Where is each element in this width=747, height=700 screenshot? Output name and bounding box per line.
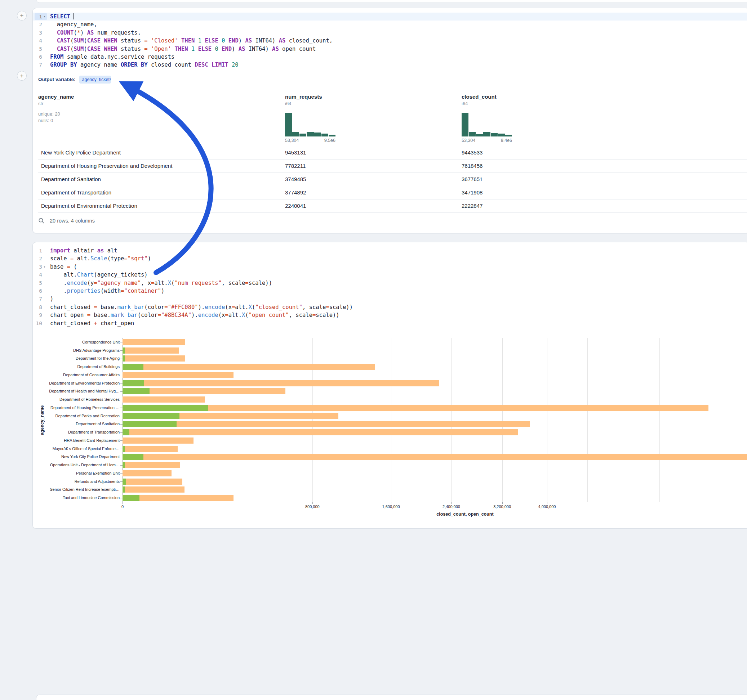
sql-cell: 1▾SELECT 2 agency_name,3 COUNT(*) AS num… — [32, 8, 747, 233]
fold-caret-icon[interactable]: ▾ — [42, 263, 47, 271]
column-type: i64 — [461, 101, 678, 106]
code-text: FROM sample_data.nyc.service_requests — [50, 53, 174, 61]
line-number-text: 4 — [39, 37, 42, 45]
line-number: 7 — [35, 296, 47, 303]
bar-closed-count — [122, 462, 180, 468]
y-axis-label: DHS Advantage Programs — [33, 348, 119, 353]
column-name: num_requests — [285, 94, 461, 100]
fold-caret-icon[interactable]: ▾ — [42, 13, 47, 21]
python-editor[interactable]: 1import altair as alt2scale = alt.Scale(… — [33, 242, 747, 329]
y-axis-label: Refunds and Adjustments — [33, 479, 119, 484]
y-axis-label: Operations Unit - Department of Hom… — [33, 463, 119, 468]
y-axis-label: Personal Exemption Unit — [33, 471, 119, 476]
histogram-bar — [329, 135, 336, 136]
gridline — [692, 338, 692, 502]
y-axis-label: Correspondence Unit — [33, 340, 119, 345]
y-axis-label: Department of Housing Preservation … — [33, 406, 119, 410]
code-text: COUNT(*) AS num_requests, — [50, 29, 141, 37]
bar-closed-count — [122, 347, 179, 354]
table-cell: 3774892 — [285, 189, 461, 196]
line-number-text: 6 — [39, 287, 42, 295]
bar-closed-count — [122, 421, 530, 427]
code-text: alt.Chart(agency_tickets) — [50, 271, 148, 279]
gridline — [659, 338, 660, 502]
bar-open-count — [122, 446, 125, 452]
python-cell: 1import altair as alt2scale = alt.Scale(… — [32, 242, 747, 529]
sql-editor[interactable]: 1▾SELECT 2 agency_name,3 COUNT(*) AS num… — [33, 8, 747, 71]
output-variable-row: Output variable: agency_tickets — [38, 75, 747, 84]
line-number: 7 — [35, 62, 47, 69]
line-number-text: 8 — [39, 303, 42, 311]
line-number: 4 — [35, 37, 47, 44]
search-icon[interactable] — [38, 217, 45, 224]
line-number-text: 4 — [39, 271, 42, 279]
line-number: 4 — [35, 271, 47, 278]
line-number: 5 — [35, 45, 47, 53]
bar-open-count — [122, 421, 177, 427]
bar-open-count — [122, 388, 150, 394]
table-footer: 20 rows, 4 columns — [38, 217, 747, 224]
line-number-text: 3 — [39, 263, 42, 271]
line-number-text: 10 — [36, 319, 42, 327]
x-axis-tick-label: 2,400,000 — [443, 504, 460, 509]
line-number: 5 — [35, 279, 47, 287]
output-variable-chip[interactable]: agency_tickets — [79, 75, 111, 83]
x-axis-line — [122, 502, 747, 502]
gridline — [587, 338, 588, 502]
bar-open-count — [122, 429, 129, 435]
result-table: agency_namestrunique: 20nulls: 0num_requ… — [38, 92, 747, 213]
histogram-bar — [292, 132, 299, 136]
table-cell: 7618456 — [461, 163, 678, 169]
code-text: GROUP BY agency_name ORDER BY closed_cou… — [50, 61, 239, 69]
bar-closed-count — [122, 446, 178, 452]
code-line: 10chart_closed + chart_open — [33, 319, 747, 327]
code-text: agency_name, — [50, 21, 97, 29]
line-number-text: 9 — [39, 311, 42, 319]
x-axis-tick-label: 0 — [121, 504, 124, 509]
bar-closed-count — [122, 364, 375, 370]
histogram-min-label: 53,304 — [461, 138, 475, 143]
histogram-bar — [314, 133, 321, 136]
y-axis-label: Department of Transportation — [33, 430, 119, 434]
bar-closed-count — [122, 470, 171, 477]
gridline — [625, 338, 625, 502]
histogram-bar — [461, 113, 469, 136]
x-axis-tick-label: 3,200,000 — [493, 504, 511, 509]
column-histogram — [461, 113, 512, 136]
previous-cell-edge — [36, 0, 747, 3]
add-cell-button-top[interactable]: + — [17, 11, 27, 21]
histogram-bar — [505, 135, 512, 136]
line-number-text: 5 — [39, 45, 42, 53]
bar-open-count — [122, 355, 125, 362]
y-axis-label: Mayorâ€ s Office of Special Enforce… — [33, 447, 119, 451]
histogram-bar — [321, 134, 328, 136]
bar-closed-count — [122, 438, 194, 444]
column-meta: unique: 20nulls: 0 — [38, 111, 285, 124]
code-text: .properties(width="container") — [50, 287, 164, 295]
bar-closed-count — [122, 454, 747, 460]
code-line: 3 COUNT(*) AS num_requests, — [33, 29, 747, 37]
line-number: 1 — [35, 247, 47, 254]
code-line: 9chart_open = base.mark_bar(color="#8BC3… — [33, 311, 747, 319]
line-number: 3▾ — [35, 263, 47, 270]
x-axis-tick-label: 800,000 — [305, 504, 320, 509]
table-cell: 3749485 — [285, 176, 461, 182]
table-cell: 9443533 — [461, 149, 678, 155]
code-line: 2scale = alt.Scale(type="sqrt") — [33, 255, 747, 262]
add-cell-button-middle[interactable]: + — [17, 71, 27, 81]
histogram-max-label: 9.5e6 — [324, 138, 336, 143]
code-line: 4 CAST(SUM(CASE WHEN status = 'Closed' T… — [33, 37, 747, 45]
x-axis-tick — [502, 502, 503, 504]
code-text: scale = alt.Scale(type="sqrt") — [50, 255, 151, 262]
code-text: chart_closed = base.mark_bar(color="#FFC… — [50, 303, 353, 311]
table-cell: 3471908 — [461, 189, 678, 196]
bar-open-count — [122, 495, 139, 501]
gridline — [723, 338, 723, 502]
bar-closed-count — [122, 339, 185, 345]
code-text: import altair as alt — [50, 247, 118, 255]
x-axis-tick — [547, 502, 547, 504]
code-line: 7) — [33, 295, 747, 303]
y-axis-label: Department of Homeless Services — [33, 397, 119, 402]
code-line: 7GROUP BY agency_name ORDER BY closed_co… — [33, 61, 747, 69]
column-histogram — [285, 113, 336, 136]
